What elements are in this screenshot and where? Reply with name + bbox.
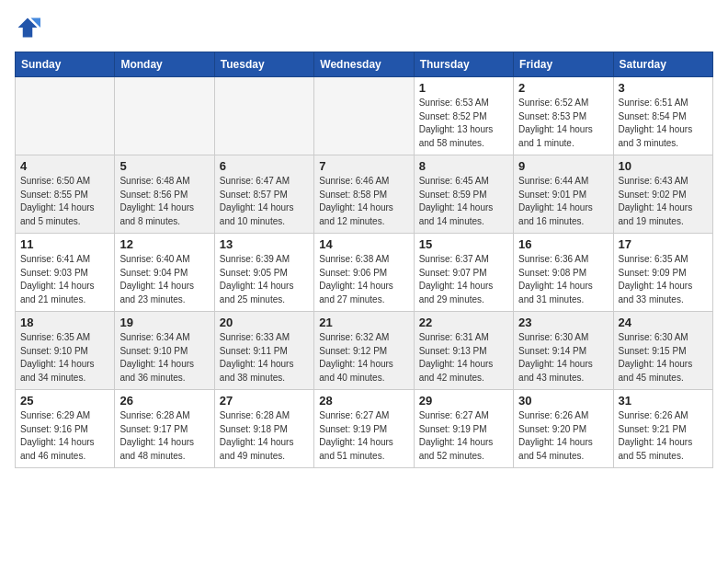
day-info: Sunrise: 6:30 AM Sunset: 9:15 PM Dayligh…	[619, 331, 708, 385]
day-cell: 26Sunrise: 6:28 AM Sunset: 9:17 PM Dayli…	[115, 390, 214, 468]
day-number: 30	[518, 394, 608, 408]
header-row: SundayMondayTuesdayWednesdayThursdayFrid…	[16, 52, 713, 77]
day-info: Sunrise: 6:35 AM Sunset: 9:09 PM Dayligh…	[619, 253, 708, 306]
day-cell: 11Sunrise: 6:41 AM Sunset: 9:03 PM Dayli…	[16, 234, 115, 312]
week-row-3: 11Sunrise: 6:41 AM Sunset: 9:03 PM Dayli…	[16, 234, 713, 312]
day-cell	[214, 77, 313, 155]
day-cell: 21Sunrise: 6:32 AM Sunset: 9:12 PM Dayli…	[314, 312, 414, 390]
day-cell: 9Sunrise: 6:44 AM Sunset: 9:01 PM Daylig…	[514, 155, 613, 234]
day-info: Sunrise: 6:26 AM Sunset: 9:20 PM Dayligh…	[518, 409, 608, 463]
col-header-friday: Friday	[514, 52, 613, 77]
day-number: 19	[119, 316, 209, 329]
day-number: 23	[518, 316, 608, 329]
day-number: 22	[419, 316, 508, 329]
day-info: Sunrise: 6:44 AM Sunset: 9:01 PM Dayligh…	[518, 175, 608, 228]
day-number: 4	[20, 159, 109, 173]
day-cell: 28Sunrise: 6:27 AM Sunset: 9:19 PM Dayli…	[314, 390, 414, 468]
day-cell: 3Sunrise: 6:51 AM Sunset: 8:54 PM Daylig…	[613, 77, 712, 155]
logo	[15, 15, 44, 40]
col-header-monday: Monday	[115, 52, 214, 77]
day-info: Sunrise: 6:38 AM Sunset: 9:06 PM Dayligh…	[319, 253, 408, 306]
day-number: 17	[619, 237, 708, 251]
col-header-thursday: Thursday	[414, 52, 513, 77]
day-number: 8	[419, 159, 508, 173]
day-cell: 5Sunrise: 6:48 AM Sunset: 8:56 PM Daylig…	[115, 155, 214, 234]
day-number: 11	[20, 237, 109, 251]
day-number: 27	[220, 394, 309, 408]
day-number: 5	[119, 159, 209, 173]
calendar-table: SundayMondayTuesdayWednesdayThursdayFrid…	[15, 52, 713, 468]
day-cell: 31Sunrise: 6:26 AM Sunset: 9:21 PM Dayli…	[613, 390, 712, 468]
day-number: 21	[319, 316, 408, 329]
day-cell	[115, 77, 214, 155]
day-cell: 23Sunrise: 6:30 AM Sunset: 9:14 PM Dayli…	[514, 312, 613, 390]
day-number: 25	[20, 394, 109, 408]
day-cell: 24Sunrise: 6:30 AM Sunset: 9:15 PM Dayli…	[613, 312, 712, 390]
day-cell: 1Sunrise: 6:53 AM Sunset: 8:52 PM Daylig…	[414, 77, 513, 155]
day-info: Sunrise: 6:27 AM Sunset: 9:19 PM Dayligh…	[319, 409, 408, 463]
day-info: Sunrise: 6:33 AM Sunset: 9:11 PM Dayligh…	[220, 331, 309, 385]
day-number: 28	[319, 394, 408, 408]
day-cell: 8Sunrise: 6:45 AM Sunset: 8:59 PM Daylig…	[414, 155, 513, 234]
day-info: Sunrise: 6:41 AM Sunset: 9:03 PM Dayligh…	[20, 253, 109, 306]
day-cell: 12Sunrise: 6:40 AM Sunset: 9:04 PM Dayli…	[115, 234, 214, 312]
day-cell: 15Sunrise: 6:37 AM Sunset: 9:07 PM Dayli…	[414, 234, 513, 312]
day-cell: 4Sunrise: 6:50 AM Sunset: 8:55 PM Daylig…	[16, 155, 115, 234]
day-info: Sunrise: 6:51 AM Sunset: 8:54 PM Dayligh…	[619, 97, 708, 150]
day-number: 29	[419, 394, 508, 408]
col-header-wednesday: Wednesday	[314, 52, 414, 77]
day-number: 10	[619, 159, 708, 173]
page-header	[15, 15, 713, 40]
day-number: 3	[619, 81, 708, 95]
day-info: Sunrise: 6:43 AM Sunset: 9:02 PM Dayligh…	[619, 175, 708, 228]
col-header-saturday: Saturday	[613, 52, 712, 77]
day-info: Sunrise: 6:28 AM Sunset: 9:18 PM Dayligh…	[220, 409, 309, 463]
day-cell: 10Sunrise: 6:43 AM Sunset: 9:02 PM Dayli…	[613, 155, 712, 234]
week-row-1: 1Sunrise: 6:53 AM Sunset: 8:52 PM Daylig…	[16, 77, 713, 155]
day-info: Sunrise: 6:32 AM Sunset: 9:12 PM Dayligh…	[319, 331, 408, 385]
day-cell: 2Sunrise: 6:52 AM Sunset: 8:53 PM Daylig…	[514, 77, 613, 155]
day-number: 6	[220, 159, 309, 173]
day-info: Sunrise: 6:34 AM Sunset: 9:10 PM Dayligh…	[119, 331, 209, 385]
day-info: Sunrise: 6:30 AM Sunset: 9:14 PM Dayligh…	[518, 331, 608, 385]
day-info: Sunrise: 6:52 AM Sunset: 8:53 PM Dayligh…	[518, 97, 608, 150]
day-number: 24	[619, 316, 708, 329]
day-info: Sunrise: 6:47 AM Sunset: 8:57 PM Dayligh…	[220, 175, 309, 228]
day-cell: 25Sunrise: 6:29 AM Sunset: 9:16 PM Dayli…	[16, 390, 115, 468]
day-number: 15	[419, 237, 508, 251]
day-info: Sunrise: 6:48 AM Sunset: 8:56 PM Dayligh…	[119, 175, 209, 228]
day-info: Sunrise: 6:26 AM Sunset: 9:21 PM Dayligh…	[619, 409, 708, 463]
day-info: Sunrise: 6:29 AM Sunset: 9:16 PM Dayligh…	[20, 409, 109, 463]
day-info: Sunrise: 6:40 AM Sunset: 9:04 PM Dayligh…	[119, 253, 209, 306]
day-cell: 13Sunrise: 6:39 AM Sunset: 9:05 PM Dayli…	[214, 234, 313, 312]
day-cell: 18Sunrise: 6:35 AM Sunset: 9:10 PM Dayli…	[16, 312, 115, 390]
day-number: 2	[518, 81, 608, 95]
day-info: Sunrise: 6:28 AM Sunset: 9:17 PM Dayligh…	[119, 409, 209, 463]
day-cell: 17Sunrise: 6:35 AM Sunset: 9:09 PM Dayli…	[613, 234, 712, 312]
day-number: 12	[119, 237, 209, 251]
day-info: Sunrise: 6:39 AM Sunset: 9:05 PM Dayligh…	[220, 253, 309, 306]
day-info: Sunrise: 6:37 AM Sunset: 9:07 PM Dayligh…	[419, 253, 508, 306]
week-row-4: 18Sunrise: 6:35 AM Sunset: 9:10 PM Dayli…	[16, 312, 713, 390]
day-number: 18	[20, 316, 109, 329]
week-row-5: 25Sunrise: 6:29 AM Sunset: 9:16 PM Dayli…	[16, 390, 713, 468]
day-info: Sunrise: 6:31 AM Sunset: 9:13 PM Dayligh…	[419, 331, 508, 385]
day-number: 31	[619, 394, 708, 408]
day-number: 1	[419, 81, 508, 95]
day-cell: 20Sunrise: 6:33 AM Sunset: 9:11 PM Dayli…	[214, 312, 313, 390]
day-info: Sunrise: 6:36 AM Sunset: 9:08 PM Dayligh…	[518, 253, 608, 306]
col-header-tuesday: Tuesday	[214, 52, 313, 77]
col-header-sunday: Sunday	[16, 52, 115, 77]
day-number: 13	[220, 237, 309, 251]
day-cell: 29Sunrise: 6:27 AM Sunset: 9:19 PM Dayli…	[414, 390, 513, 468]
day-number: 26	[119, 394, 209, 408]
day-info: Sunrise: 6:46 AM Sunset: 8:58 PM Dayligh…	[319, 175, 408, 228]
day-cell: 6Sunrise: 6:47 AM Sunset: 8:57 PM Daylig…	[214, 155, 313, 234]
day-info: Sunrise: 6:27 AM Sunset: 9:19 PM Dayligh…	[419, 409, 508, 463]
day-number: 14	[319, 237, 408, 251]
day-cell: 16Sunrise: 6:36 AM Sunset: 9:08 PM Dayli…	[514, 234, 613, 312]
day-cell: 7Sunrise: 6:46 AM Sunset: 8:58 PM Daylig…	[314, 155, 414, 234]
logo-icon	[15, 15, 40, 40]
day-cell: 27Sunrise: 6:28 AM Sunset: 9:18 PM Dayli…	[214, 390, 313, 468]
day-cell	[16, 77, 115, 155]
